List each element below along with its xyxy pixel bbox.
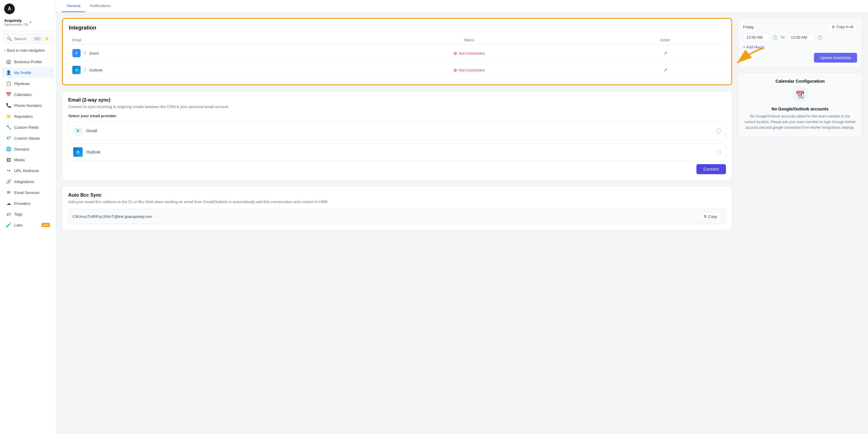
chevron-left-icon: ‹ [4,49,5,53]
update-availability-button[interactable]: Update Availability [814,53,857,63]
outlook-radio[interactable] [716,150,721,154]
domains-icon: 🌐 [6,147,11,152]
info-icon[interactable]: ⓘ [83,67,87,73]
time-to-input[interactable] [788,33,814,42]
providers-icon: ☁ [6,201,11,206]
pipelines-icon: 📋 [6,81,11,86]
integration-card: Integration Email Status Action Z ⓘ [62,18,732,85]
url-redirects-icon: ↪ [6,168,11,173]
sidebar-item-url-redirects[interactable]: ↪ URL Redirects [2,165,54,176]
bcc-address-row: C9IJmczTztRIFycXNInT@link.goacquirely.co… [68,209,726,224]
chevron-down-icon: ▾ [30,21,31,24]
copy-small-icon: ⧉ [832,25,835,29]
business-profile-icon: 🏢 [6,59,11,64]
sidebar-item-tags[interactable]: 🏷 Tags [2,209,54,219]
custom-fields-icon: 🔧 [6,125,11,130]
outlook-option[interactable]: O Outlook [68,143,726,161]
sidebar-item-domains[interactable]: 🌐 Domains [2,144,54,154]
sidebar-item-calendars[interactable]: 📅 Calendars [2,89,54,100]
info-icon[interactable]: ⓘ [83,51,87,56]
sidebar-item-custom-values[interactable]: 💎 Custom Values [2,133,54,144]
sidebar-item-pipelines[interactable]: 📋 Pipelines [2,78,54,89]
phone-numbers-icon: 📞 [6,103,11,108]
integration-status-cell: ⊗ Not Connected [333,45,605,62]
sidebar-item-reputation[interactable]: ⭐ Reputation [2,111,54,122]
integration-status-cell: ⊗ Not Connected [333,62,605,79]
sidebar: A Acquirely Sacramento, CA ▾ 🔍 Search ⌘K… [0,0,56,434]
sidebar-item-email-services[interactable]: ✉ Email Services [2,187,54,198]
not-connected-icon: ⊗ [453,67,457,73]
sidebar-top: A Acquirely Sacramento, CA ▾ [0,0,56,31]
sidebar-item-providers[interactable]: ☁ Providers [2,198,54,209]
phone-numbers-label: Phone Numbers [14,103,50,108]
tags-icon: 🏷 [6,212,11,217]
copy-to-all-button[interactable]: ⧉ Copy to all [828,23,857,31]
connect-button[interactable]: Connect [696,164,726,174]
col-status: Status [333,36,605,45]
bcc-address: C9IJmczTztRIFycXNInT@link.goacquirely.co… [73,214,696,219]
gmail-radio[interactable] [716,128,721,133]
no-accounts-desc: No Google/Outlook accounts added for thi… [744,114,856,131]
tab-notifications[interactable]: Notifications [85,0,116,12]
time-from-input[interactable] [743,33,770,42]
media-icon: 🖼 [6,157,11,162]
new-badge: new [42,223,50,227]
friday-label: Friday [743,25,754,29]
search-bar[interactable]: 🔍 Search ⌘K ⚡ [3,34,53,44]
email-sync-desc: Connect to sync incoming & outgoing emai… [68,104,726,109]
integration-name: Outlook [89,68,102,72]
add-hours-link[interactable]: + Add Hours [743,45,764,49]
integration-name-cell: Z ⓘ Zoom [69,45,333,62]
integration-row-outlook: O ⓘ Outlook ⊗ Not Connected ↗ [69,62,725,79]
auto-bcc-card: Auto Bcc Sync Add your smart Bcc address… [62,186,732,230]
integration-name-cell: O ⓘ Outlook [69,62,333,79]
labs-icon: 🧪 [6,222,11,228]
providers-label: Providers [14,202,50,206]
sidebar-item-business-profile[interactable]: 🏢 Business Profile [2,56,54,67]
email-services-label: Email Services [14,190,50,195]
left-panel: Integration Email Status Action Z ⓘ [62,18,732,428]
external-link-icon[interactable]: ↗ [663,68,667,73]
pipelines-label: Pipelines [14,82,50,86]
availability-card: Friday ⧉ Copy to all 🕐 To 🕐 + Add Hours [738,18,862,68]
url-redirects-label: URL Redirects [14,168,50,173]
integration-name: Zoom [89,51,99,56]
tabs-bar: GeneralNotifications [56,0,868,12]
gmail-option[interactable]: 📧 Gmail [68,122,726,140]
org-name: Acquirely [4,18,28,23]
no-accounts-title: No Google/Outlook accounts [744,106,856,111]
col-action: Action [605,36,725,45]
content-area: Integration Email Status Action Z ⓘ [56,12,868,434]
not-connected-label: Not Connected [459,51,485,56]
tab-general[interactable]: General [62,0,85,12]
avatar: A [4,4,15,14]
copy-bcc-button[interactable]: ⧉ Copy [700,212,721,221]
back-to-main-nav[interactable]: ‹ Back to main navigation [0,46,56,55]
external-link-icon[interactable]: ↗ [663,51,667,56]
col-email: Email [69,36,333,45]
calendars-label: Calendars [14,92,50,97]
integration-table: Email Status Action Z ⓘ Zoom ⊗ [69,36,725,79]
sidebar-item-integrations[interactable]: 🔗 Integrations [2,176,54,187]
sidebar-item-phone-numbers[interactable]: 📞 Phone Numbers [2,100,54,111]
gmail-icon: 📧 [73,126,83,135]
org-location: Sacramento, CA [4,23,28,26]
integration-action-cell: ↗ [605,62,725,79]
friday-time-row: 🕐 To 🕐 [743,33,857,42]
sidebar-item-my-profile[interactable]: 👤 My Profile [2,67,54,78]
org-switcher[interactable]: Acquirely Sacramento, CA ▾ [4,17,52,27]
business-profile-label: Business Profile [14,60,50,64]
media-label: Media [14,158,50,162]
email-sync-card: Email (2-way sync) Connect to sync incom… [62,91,732,180]
sidebar-item-labs[interactable]: 🧪 Labs new [2,220,54,230]
custom-values-icon: 💎 [6,135,11,141]
gmail-label: Gmail [86,128,97,133]
sidebar-item-media[interactable]: 🖼 Media [2,155,54,165]
outlook-label: Outlook [86,150,100,154]
main-content: GeneralNotifications Integration Email S… [56,0,868,434]
tags-label: Tags [14,212,50,216]
reputation-label: Reputation [14,114,50,119]
select-provider-label: Select your email provider [68,114,726,118]
sidebar-item-custom-fields[interactable]: 🔧 Custom Fields [2,122,54,132]
right-panel: Friday ⧉ Copy to all 🕐 To 🕐 + Add Hours [738,18,862,428]
